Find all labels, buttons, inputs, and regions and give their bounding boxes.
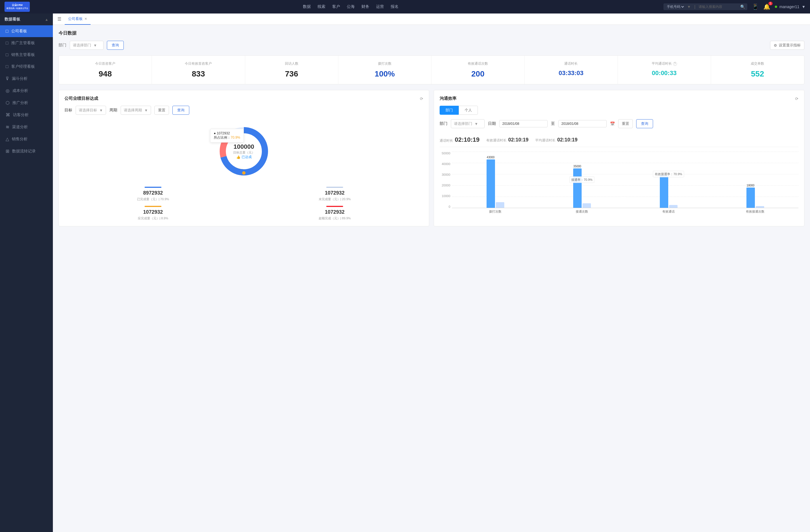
sidebar-item-data-transfer[interactable]: ⊞ 数据流转记录	[0, 145, 53, 157]
tab-label: 公司看板	[68, 16, 83, 21]
search-type-select[interactable]: 手机号码	[666, 4, 685, 9]
tooltip-ratio-label: 所占比例：	[214, 135, 231, 139]
comm-effective-duration: 有效通话时长 02:10:19	[486, 137, 529, 143]
stat-label-2: 回访人数	[250, 61, 334, 66]
sidebar: 数据看板 ▲ □ 公司看板 □ 推广主管看板 □ 销售主管看板 □ 客户经理看板…	[0, 14, 53, 532]
target-select[interactable]: 请选择目标 ▼	[76, 106, 106, 115]
bar-group-effective: 29000 0 有效接通率：70.9%	[625, 152, 712, 208]
donut-chart-area: ● 1072932 所占比例：70.9%	[64, 120, 423, 182]
marketing-mgr-icon: □	[6, 40, 9, 46]
comm-query-btn[interactable]: 查询	[636, 119, 653, 128]
chart-bars-area: 43000 0	[452, 152, 798, 216]
comm-card-title: 沟通效率	[440, 96, 456, 101]
comm-dept-select[interactable]: 请选择部门 ▼	[451, 119, 485, 128]
notification-icon[interactable]: 🔔 5	[763, 3, 770, 10]
goal-reset-btn[interactable]: 重置	[155, 106, 169, 115]
stat-label-1: 今日有效首咨客户	[156, 61, 240, 66]
communication-card: 沟通效率 ⟳ 部门 个人 部门 请选择部门 ▼ 日期	[434, 90, 804, 226]
avg-duration-help-icon[interactable]: ?	[673, 62, 677, 66]
period-select[interactable]: 请选择周期 ▼	[121, 106, 151, 115]
stat-value-4: 200	[436, 69, 520, 79]
call-duration-label: 通话时长	[440, 138, 453, 143]
exceed-desc: 超额完成（元）| 89.9%	[246, 216, 423, 220]
stat-first-consult: 今日首咨客户 948	[59, 56, 152, 84]
stat-value-7: 552	[715, 69, 799, 79]
sidebar-item-funnel[interactable]: ⊽ 漏斗分析	[0, 72, 53, 85]
funnel-icon: ⊽	[6, 76, 9, 81]
nav-finance[interactable]: 财务	[361, 3, 369, 11]
comm-tab-person[interactable]: 个人	[459, 106, 478, 115]
tooltip-percent: 70.9%	[231, 135, 240, 139]
incomplete-bar	[326, 187, 343, 188]
comm-refresh-icon[interactable]: ⟳	[795, 97, 798, 101]
sidebar-section-title: 数据看板	[4, 17, 20, 22]
filter-left: 部门 请选择部门 ▼ 查询	[59, 41, 124, 50]
sidebar-item-company-board[interactable]: □ 公司看板	[0, 25, 53, 37]
target-label: 目标	[64, 108, 72, 113]
y-label-20000: 20000	[440, 184, 450, 187]
comm-stats-row: 通话时长 02:10:19 有效通话时长 02:10:19 平均通话时长 02:…	[440, 133, 798, 147]
stat-value-1: 833	[156, 69, 240, 79]
sidebar-item-marketing-mgr[interactable]: □ 推广主管看板	[0, 37, 53, 49]
bar-value-18000: 18000	[747, 184, 755, 187]
stat-value-5: 03:33:03	[529, 69, 613, 77]
y-label-10000: 10000	[440, 194, 450, 198]
stat-effective-consult: 今日有效首咨客户 833	[152, 56, 245, 84]
sidebar-item-sales-mgr[interactable]: □ 销售主管看板	[0, 49, 53, 61]
stat-dial-count: 拨打次数 100%	[338, 56, 432, 84]
dept-select[interactable]: 请选择部门 ▼	[70, 41, 103, 50]
sidebar-toggle-icon[interactable]: ☰	[58, 16, 61, 22]
username-label: manager11	[779, 4, 799, 9]
nav-operations[interactable]: 运营	[376, 3, 384, 11]
tab-company-board[interactable]: 公司看板 ✕	[65, 14, 91, 25]
bar-connect-light	[582, 203, 591, 208]
sidebar-item-cost[interactable]: ◎ 成本分析	[0, 85, 53, 97]
stat-call-duration: 通话时长 03:33:03	[524, 56, 618, 84]
dept-placeholder: 请选择部门	[73, 43, 91, 48]
nav-enrollment[interactable]: 报名	[391, 3, 399, 11]
mobile-icon[interactable]: 📱	[752, 3, 759, 10]
should-complete-value: 1072932	[64, 209, 242, 215]
goal-query-btn[interactable]: 查询	[173, 106, 189, 115]
calendar-icon[interactable]: 📅	[610, 121, 615, 126]
user-profile[interactable]: manager11 ▼	[775, 4, 806, 9]
nav-customers[interactable]: 客户	[332, 3, 340, 11]
bar-group-connect: 35000 0 接通率：70.9%	[539, 152, 625, 208]
logo-image: 云朵CRM教育机构一站服务云平台	[4, 2, 30, 12]
bar-item-effective-light: 0	[669, 201, 678, 208]
incomplete-value: 1072932	[246, 190, 423, 196]
bar-effective-main	[660, 175, 668, 208]
search-icon[interactable]: 🔍	[740, 4, 745, 9]
sidebar-item-marketing[interactable]: ⬡ 推广分析	[0, 97, 53, 109]
completed-stat: 8972932 已完成量（元）| 70.9%	[64, 187, 242, 201]
page-content: 今日数据 部门 请选择部门 ▼ 查询 ⚙ 设置显示指标	[53, 25, 810, 232]
y-axis: 50000 40000 30000 20000 10000 0	[440, 152, 452, 216]
bar-value-43000: 43000	[487, 156, 495, 159]
comm-date-to[interactable]	[558, 120, 607, 127]
settings-display-btn[interactable]: ⚙ 设置显示指标	[770, 41, 804, 50]
comm-tab-dept[interactable]: 部门	[440, 106, 459, 115]
tab-close-icon[interactable]: ✕	[84, 17, 87, 21]
goal-refresh-icon[interactable]: ⟳	[420, 97, 423, 101]
x-label-effective: 有效通话	[625, 210, 712, 214]
stat-value-3: 100%	[343, 69, 427, 79]
account-mgr-icon: □	[6, 64, 9, 69]
user-dropdown-arrow[interactable]: ▼	[801, 4, 806, 9]
comm-date-from[interactable]	[499, 120, 548, 127]
comm-reset-btn[interactable]: 重置	[618, 119, 633, 128]
donut-center-info: 100000 目标总量（元） 👍 已达成	[233, 143, 255, 160]
today-query-btn[interactable]: 查询	[107, 41, 124, 50]
sidebar-collapse-icon[interactable]: ▲	[45, 17, 48, 22]
sidebar-item-visitor[interactable]: ⌘ 访客分析	[0, 109, 53, 121]
sidebar-item-sales[interactable]: △ 销售分析	[0, 133, 53, 145]
nav-public-pool[interactable]: 公海	[347, 3, 355, 11]
sidebar-item-channel[interactable]: ≋ 渠道分析	[0, 121, 53, 133]
search-input[interactable]	[699, 5, 738, 9]
y-label-0: 0	[440, 205, 450, 209]
goal-card-title: 公司业绩目标达成	[64, 96, 98, 101]
bar-group-effective-connect: 18000 0	[712, 152, 798, 208]
effective-rate-annotation: 有效接通率：70.9%	[653, 171, 684, 178]
nav-data[interactable]: 数据	[303, 3, 311, 11]
nav-leads[interactable]: 线索	[318, 3, 325, 11]
sidebar-item-account-mgr[interactable]: □ 客户经理看板	[0, 61, 53, 72]
